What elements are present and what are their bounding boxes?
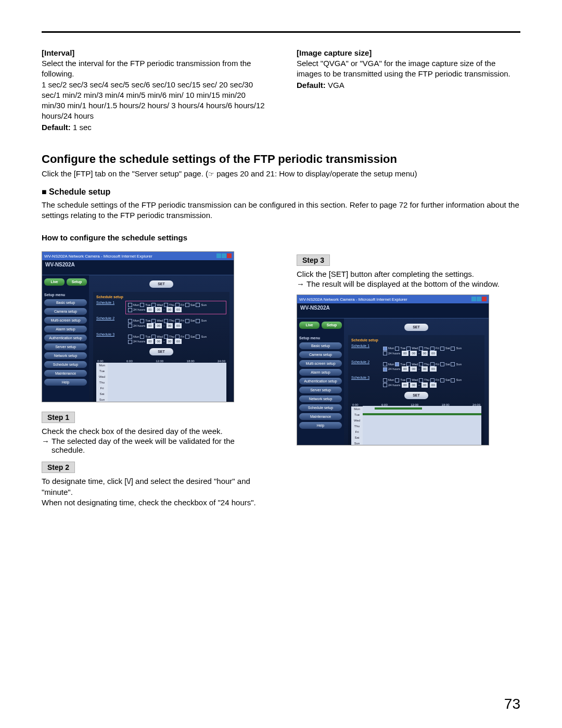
sidebar-item[interactable]: Network setup bbox=[44, 352, 87, 359]
allday-checkbox[interactable] bbox=[128, 340, 133, 343]
day-checkbox[interactable] bbox=[175, 335, 181, 338]
day-checkbox[interactable] bbox=[419, 378, 424, 381]
day-checkbox[interactable] bbox=[175, 319, 181, 322]
time-select[interactable]: 00 bbox=[422, 366, 428, 372]
day-checkbox[interactable] bbox=[128, 303, 133, 306]
day-checkbox[interactable] bbox=[395, 347, 400, 350]
day-checkbox[interactable] bbox=[196, 319, 201, 322]
sidebar-item[interactable]: Authentication setup bbox=[44, 335, 87, 341]
day-checkbox[interactable] bbox=[185, 319, 190, 322]
day-checkbox[interactable] bbox=[151, 335, 157, 338]
sidebar-item[interactable]: Basic setup bbox=[44, 299, 87, 306]
day-checkbox[interactable] bbox=[440, 347, 445, 350]
schedule-link[interactable]: Schedule 3 bbox=[351, 376, 377, 389]
setup-tab[interactable]: Setup bbox=[67, 278, 87, 286]
time-select[interactable]: 00 bbox=[422, 382, 428, 388]
day-checkbox[interactable] bbox=[406, 378, 412, 381]
set-button[interactable]: SET bbox=[149, 348, 173, 355]
set-button[interactable]: SET bbox=[404, 324, 428, 331]
day-checkbox[interactable] bbox=[140, 335, 145, 338]
schedule-link[interactable]: Schedule 3 bbox=[96, 333, 122, 346]
day-checkbox[interactable] bbox=[406, 363, 412, 366]
day-checkbox[interactable] bbox=[128, 335, 133, 338]
time-select[interactable]: 00 bbox=[147, 323, 154, 328]
day-checkbox[interactable] bbox=[395, 363, 400, 366]
allday-checkbox[interactable] bbox=[128, 324, 133, 327]
day-checkbox[interactable] bbox=[383, 347, 388, 350]
time-select[interactable]: 00 bbox=[402, 366, 408, 372]
time-select[interactable]: 00 bbox=[167, 339, 173, 344]
day-checkbox[interactable] bbox=[440, 363, 445, 366]
time-select[interactable]: 00 bbox=[147, 307, 154, 312]
day-checkbox[interactable] bbox=[406, 347, 412, 350]
day-checkbox[interactable] bbox=[196, 303, 201, 306]
schedule-link[interactable]: Schedule 1 bbox=[351, 344, 377, 357]
allday-checkbox[interactable] bbox=[383, 367, 388, 371]
day-checkbox[interactable] bbox=[430, 347, 436, 350]
day-checkbox[interactable] bbox=[164, 335, 169, 338]
time-select[interactable]: 00 bbox=[430, 366, 437, 372]
day-checkbox[interactable] bbox=[196, 335, 201, 338]
day-checkbox[interactable] bbox=[451, 363, 456, 366]
day-checkbox[interactable] bbox=[175, 303, 181, 306]
time-select[interactable]: 00 bbox=[410, 382, 417, 388]
time-select[interactable]: 00 bbox=[175, 339, 182, 344]
time-select[interactable]: 00 bbox=[175, 323, 182, 328]
set-button[interactable]: SET bbox=[149, 280, 173, 288]
time-select[interactable]: 00 bbox=[410, 366, 417, 372]
day-checkbox[interactable] bbox=[151, 319, 157, 322]
sidebar-item[interactable]: Basic setup bbox=[299, 342, 342, 349]
sidebar-item[interactable]: Authentication setup bbox=[299, 378, 342, 385]
day-checkbox[interactable] bbox=[164, 319, 169, 322]
schedule-link[interactable]: Schedule 1 bbox=[96, 301, 122, 314]
set-button[interactable]: SET bbox=[404, 392, 428, 399]
live-tab[interactable]: Live bbox=[299, 322, 320, 329]
day-checkbox[interactable] bbox=[440, 378, 445, 381]
day-checkbox[interactable] bbox=[430, 363, 436, 366]
sidebar-item[interactable]: Alarm setup bbox=[299, 369, 342, 376]
time-select[interactable]: 00 bbox=[430, 382, 437, 388]
day-checkbox[interactable] bbox=[451, 378, 456, 381]
live-tab[interactable]: Live bbox=[44, 278, 65, 286]
time-select[interactable]: 00 bbox=[422, 351, 428, 356]
day-checkbox[interactable] bbox=[451, 347, 456, 350]
day-checkbox[interactable] bbox=[185, 335, 190, 338]
time-select[interactable]: 00 bbox=[155, 307, 162, 312]
schedule-link[interactable]: Schedule 2 bbox=[96, 316, 122, 330]
sidebar-item[interactable]: Server setup bbox=[44, 343, 87, 350]
day-checkbox[interactable] bbox=[164, 303, 169, 306]
time-select[interactable]: 00 bbox=[147, 339, 154, 344]
time-select[interactable]: 00 bbox=[410, 351, 417, 356]
setup-tab[interactable]: Setup bbox=[322, 322, 342, 329]
sidebar-item[interactable]: Schedule setup bbox=[299, 404, 342, 411]
time-select[interactable]: 00 bbox=[167, 323, 173, 328]
day-checkbox[interactable] bbox=[383, 363, 388, 366]
day-checkbox[interactable] bbox=[151, 303, 157, 306]
sidebar-item[interactable]: Schedule setup bbox=[44, 361, 87, 368]
sidebar-item[interactable]: Multi-screen setup bbox=[299, 360, 342, 367]
time-select[interactable]: 00 bbox=[402, 351, 408, 356]
day-checkbox[interactable] bbox=[430, 378, 436, 381]
allday-checkbox[interactable] bbox=[383, 384, 388, 387]
sidebar-item[interactable]: Network setup bbox=[299, 395, 342, 402]
time-select[interactable]: 00 bbox=[430, 351, 437, 356]
sidebar-item[interactable]: Alarm setup bbox=[44, 326, 87, 333]
sidebar-item[interactable]: Maintenance bbox=[44, 370, 87, 377]
day-checkbox[interactable] bbox=[128, 319, 133, 322]
schedule-link[interactable]: Schedule 2 bbox=[351, 360, 377, 374]
allday-checkbox[interactable] bbox=[128, 308, 133, 311]
day-checkbox[interactable] bbox=[383, 378, 388, 381]
sidebar-item[interactable]: Camera setup bbox=[44, 308, 87, 315]
time-select[interactable]: 00 bbox=[167, 307, 173, 312]
day-checkbox[interactable] bbox=[140, 319, 145, 322]
time-select[interactable]: 00 bbox=[155, 323, 162, 328]
day-checkbox[interactable] bbox=[185, 303, 190, 306]
day-checkbox[interactable] bbox=[140, 303, 145, 306]
time-select[interactable]: 00 bbox=[155, 339, 162, 344]
day-checkbox[interactable] bbox=[419, 347, 424, 350]
sidebar-item[interactable]: Maintenance bbox=[299, 413, 342, 420]
sidebar-item[interactable]: Server setup bbox=[299, 387, 342, 393]
time-select[interactable]: 00 bbox=[175, 307, 182, 312]
allday-checkbox[interactable] bbox=[383, 352, 388, 355]
sidebar-item[interactable]: Multi-screen setup bbox=[44, 317, 87, 324]
